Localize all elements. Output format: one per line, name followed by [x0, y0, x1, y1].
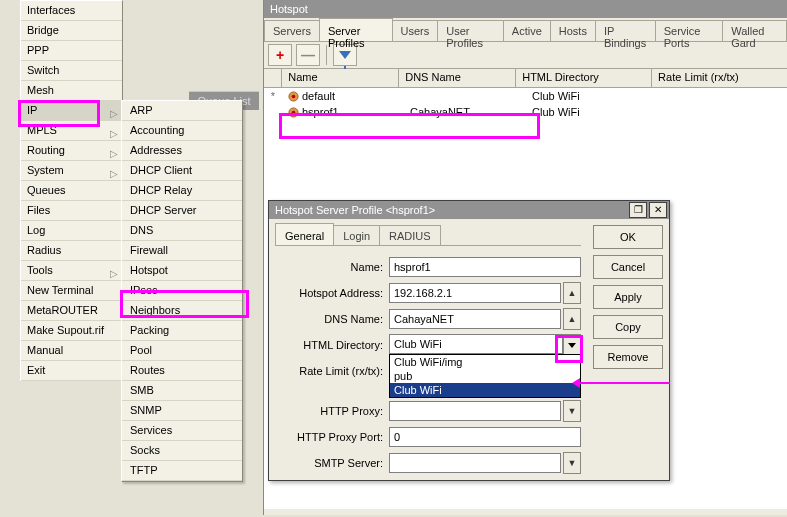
table-row[interactable]: hsprof1CahayaNETClub WiFi — [264, 104, 787, 120]
tab-active[interactable]: Active — [503, 20, 551, 41]
tab-ip-bindings[interactable]: IP Bindings — [595, 20, 656, 41]
submenu-item-socks[interactable]: Socks — [122, 441, 242, 461]
dropdown-option[interactable]: Club WiFi — [390, 383, 580, 397]
chevron-down-icon — [568, 343, 576, 348]
submenu-item-pool[interactable]: Pool — [122, 341, 242, 361]
submenu-item-smb[interactable]: SMB — [122, 381, 242, 401]
dropdown-option[interactable]: pub — [390, 369, 580, 383]
menu-item-routing[interactable]: Routing▷ — [21, 141, 122, 161]
menu-item-log[interactable]: Log — [21, 221, 122, 241]
tab-user-profiles[interactable]: User Profiles — [437, 20, 504, 41]
html-directory-dropdown[interactable]: Club WiFi Club WiFi/imgpubClub WiFi — [389, 334, 581, 356]
submenu-item-routes[interactable]: Routes — [122, 361, 242, 381]
name-input[interactable] — [389, 257, 581, 277]
table-row[interactable]: *defaultClub WiFi — [264, 88, 787, 104]
menu-item-make-supout-rif[interactable]: Make Supout.rif — [21, 321, 122, 341]
grid-header-dns[interactable]: DNS Name — [399, 69, 516, 87]
submenu-item-dhcp-relay[interactable]: DHCP Relay — [122, 181, 242, 201]
submenu-item-dns[interactable]: DNS — [122, 221, 242, 241]
menu-item-radius[interactable]: Radius — [21, 241, 122, 261]
remove-button[interactable]: Remove — [593, 345, 663, 369]
dialog-close-button[interactable]: ✕ — [649, 202, 667, 218]
smtp-server-label: SMTP Server: — [275, 457, 389, 469]
submenu-item-arp[interactable]: ARP — [122, 101, 242, 121]
tab-walled-gard[interactable]: Walled Gard — [722, 20, 787, 41]
http-proxy-port-input[interactable] — [389, 427, 581, 447]
dialog-tab-login[interactable]: Login — [333, 225, 380, 245]
dialog-titlebar[interactable]: Hotspot Server Profile <hsprof1> ❐ ✕ — [269, 201, 669, 219]
smtp-server-input[interactable] — [389, 453, 561, 473]
submenu-item-snmp[interactable]: SNMP — [122, 401, 242, 421]
menu-item-queues[interactable]: Queues — [21, 181, 122, 201]
menu-item-files[interactable]: Files — [21, 201, 122, 221]
menu-item-bridge[interactable]: Bridge — [21, 21, 122, 41]
submenu-item-neighbors[interactable]: Neighbors — [122, 301, 242, 321]
submenu-item-ipsec[interactable]: IPsec — [122, 281, 242, 301]
copy-button[interactable]: Copy — [593, 315, 663, 339]
dialog-title: Hotspot Server Profile <hsprof1> — [275, 204, 435, 216]
submenu-item-firewall[interactable]: Firewall — [122, 241, 242, 261]
ok-button[interactable]: OK — [593, 225, 663, 249]
dialog-side-buttons: OKCancelApplyCopyRemove — [587, 219, 669, 480]
menu-item-system[interactable]: System▷ — [21, 161, 122, 181]
tab-hosts[interactable]: Hosts — [550, 20, 596, 41]
remove-button[interactable]: — — [296, 44, 320, 66]
name-label: Name: — [275, 261, 389, 273]
menu-item-exit[interactable]: Exit — [21, 361, 122, 381]
menu-item-ip[interactable]: IP▷ — [21, 101, 122, 121]
profile-icon — [288, 107, 299, 118]
menu-item-metarouter[interactable]: MetaROUTER — [21, 301, 122, 321]
menu-item-switch[interactable]: Switch — [21, 61, 122, 81]
rate-limit-label: Rate Limit (rx/tx): — [275, 365, 389, 377]
menu-item-tools[interactable]: Tools▷ — [21, 261, 122, 281]
submenu-item-accounting[interactable]: Accounting — [122, 121, 242, 141]
dns-name-input[interactable] — [389, 309, 561, 329]
tab-users[interactable]: Users — [392, 20, 439, 41]
add-button[interactable]: + — [268, 44, 292, 66]
grid-header-name[interactable]: Name — [282, 69, 399, 87]
submenu-item-hotspot[interactable]: Hotspot — [122, 261, 242, 281]
general-form: Name: Hotspot Address: ▲ DNS Name: ▲ — [275, 246, 581, 476]
grid-header-rate[interactable]: Rate Limit (rx/tx) — [652, 69, 787, 87]
menu-item-interfaces[interactable]: Interfaces — [21, 1, 122, 21]
apply-button[interactable]: Apply — [593, 285, 663, 309]
tab-server-profiles[interactable]: Server Profiles — [319, 18, 393, 41]
menu-item-ppp[interactable]: PPP — [21, 41, 122, 61]
grid-header-html[interactable]: HTML Directory — [516, 69, 652, 87]
html-directory-list: Club WiFi/imgpubClub WiFi — [389, 354, 581, 398]
dialog-tab-general[interactable]: General — [275, 223, 334, 245]
submenu-item-services[interactable]: Services — [122, 421, 242, 441]
menu-item-mpls[interactable]: MPLS▷ — [21, 121, 122, 141]
hotspot-address-up[interactable]: ▲ — [563, 282, 581, 304]
grid-header-flag[interactable] — [264, 69, 282, 87]
dropdown-option[interactable]: Club WiFi/img — [390, 355, 580, 369]
cancel-button[interactable]: Cancel — [593, 255, 663, 279]
close-icon: ✕ — [654, 205, 662, 215]
hotspot-address-input[interactable] — [389, 283, 561, 303]
html-directory-arrow-button[interactable] — [563, 334, 581, 356]
html-directory-value: Club WiFi — [389, 334, 563, 354]
dns-name-up[interactable]: ▲ — [563, 308, 581, 330]
dialog-tabs: GeneralLoginRADIUS — [275, 223, 581, 246]
tab-service-ports[interactable]: Service Ports — [655, 20, 723, 41]
submenu-item-tftp[interactable]: TFTP — [122, 461, 242, 481]
dialog-restore-button[interactable]: ❐ — [629, 202, 647, 218]
triangle-up-icon: ▲ — [568, 288, 577, 298]
server-profile-dialog: Hotspot Server Profile <hsprof1> ❐ ✕ Gen… — [268, 200, 670, 481]
triangle-up-icon: ▲ — [568, 314, 577, 324]
dialog-tab-radius[interactable]: RADIUS — [379, 225, 441, 245]
tab-servers[interactable]: Servers — [264, 20, 320, 41]
http-proxy-input[interactable] — [389, 401, 561, 421]
menu-item-new-terminal[interactable]: New Terminal — [21, 281, 122, 301]
submenu-item-addresses[interactable]: Addresses — [122, 141, 242, 161]
smtp-server-down[interactable]: ▼ — [563, 452, 581, 474]
svg-point-3 — [292, 110, 296, 114]
menu-item-manual[interactable]: Manual — [21, 341, 122, 361]
submenu-item-packing[interactable]: Packing — [122, 321, 242, 341]
menu-item-mesh[interactable]: Mesh — [21, 81, 122, 101]
http-proxy-down[interactable]: ▼ — [563, 400, 581, 422]
submenu-item-dhcp-server[interactable]: DHCP Server — [122, 201, 242, 221]
http-proxy-port-label: HTTP Proxy Port: — [275, 431, 389, 443]
dns-name-label: DNS Name: — [275, 313, 389, 325]
submenu-item-dhcp-client[interactable]: DHCP Client — [122, 161, 242, 181]
